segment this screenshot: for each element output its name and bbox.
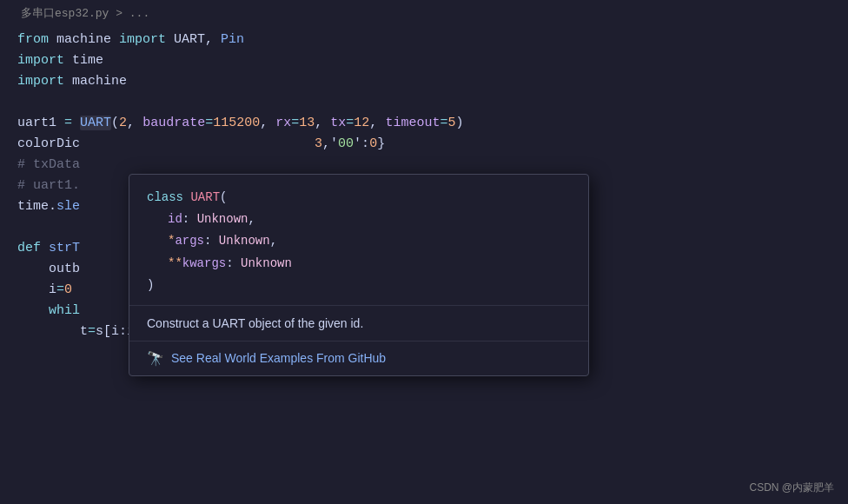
github-link-text: See Real World Examples From GitHub [171,351,386,365]
tooltip-popup: class UART( id: Unknown, *args: Unknown,… [129,174,589,376]
sig-line-2: id: Unknown, [147,209,571,230]
sig-line-5: ) [147,275,571,296]
breadcrumb: 多串口esp32.py > ... [17,0,848,26]
sig-line-1: class UART( [147,187,571,209]
tooltip-description: Construct a UART object of the given id. [129,306,588,342]
sig-line-4: **kwargs: Unknown [147,253,571,275]
code-line-1: from machine import UART, Pin [17,30,848,50]
code-line-6: colorDic 3,'00':0} [17,134,848,155]
code-line-3: import machine [17,71,848,92]
breadcrumb-text: 多串口esp32.py > ... [21,7,149,20]
editor-area: 多串口esp32.py > ... from machine import UA… [0,0,848,504]
tooltip-signature: class UART( id: Unknown, *args: Unknown,… [129,175,588,306]
watermark: CSDN @内蒙肥羊 [749,481,834,495]
watermark-text: CSDN @内蒙肥羊 [749,481,834,494]
sig-line-3: *args: Unknown, [147,230,571,252]
tooltip-github-link[interactable]: 🔭 See Real World Examples From GitHub [129,342,588,375]
tooltip-desc-text: Construct a UART object of the given id. [147,316,363,330]
code-line-5: uart1 = UART(2, baudrate=115200, rx=13, … [17,113,848,134]
code-line-2: import time [17,50,848,71]
code-line-7: # txData [17,155,848,176]
telescope-icon: 🔭 [147,350,164,367]
code-line-4 [17,92,848,113]
